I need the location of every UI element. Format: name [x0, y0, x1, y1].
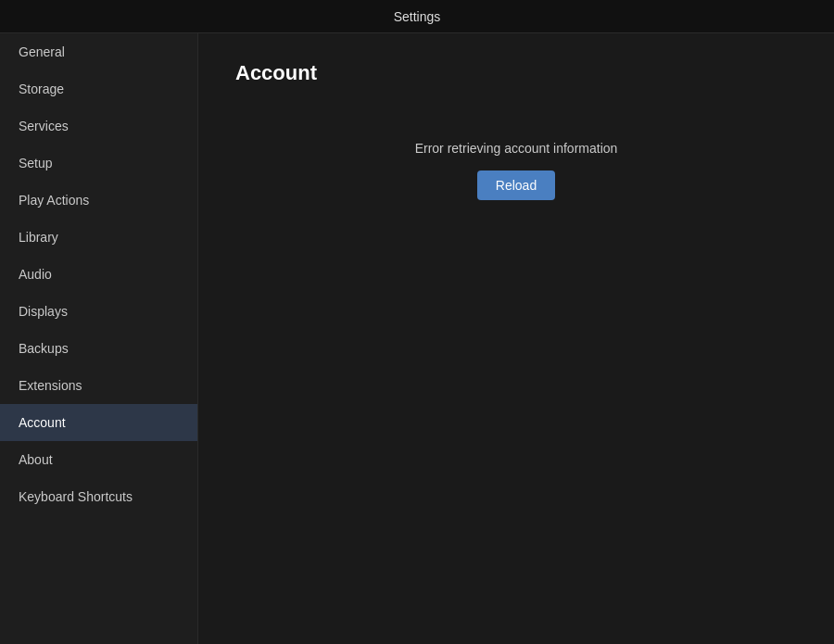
titlebar-title: Settings [394, 9, 441, 24]
sidebar: GeneralStorageServicesSetupPlay ActionsL… [0, 33, 198, 644]
sidebar-item-backups[interactable]: Backups [0, 330, 197, 367]
sidebar-item-extensions[interactable]: Extensions [0, 367, 197, 404]
sidebar-item-about[interactable]: About [0, 441, 197, 478]
sidebar-item-storage[interactable]: Storage [0, 70, 197, 107]
sidebar-item-audio[interactable]: Audio [0, 256, 197, 293]
content-area: GeneralStorageServicesSetupPlay ActionsL… [0, 33, 834, 644]
sidebar-item-displays[interactable]: Displays [0, 293, 197, 330]
error-message: Error retrieving account information [415, 141, 618, 156]
main-content: Account Error retrieving account informa… [198, 33, 834, 644]
sidebar-item-play-actions[interactable]: Play Actions [0, 182, 197, 219]
sidebar-item-account[interactable]: Account [0, 404, 197, 441]
sidebar-item-library[interactable]: Library [0, 219, 197, 256]
sidebar-item-services[interactable]: Services [0, 107, 197, 145]
sidebar-item-keyboard-shortcuts[interactable]: Keyboard Shortcuts [0, 478, 197, 515]
error-container: Error retrieving account information Rel… [235, 141, 797, 200]
reload-button[interactable]: Reload [477, 170, 555, 200]
sidebar-item-setup[interactable]: Setup [0, 145, 197, 182]
titlebar: Settings [0, 0, 834, 33]
sidebar-item-general[interactable]: General [0, 33, 197, 70]
page-title: Account [235, 61, 797, 85]
